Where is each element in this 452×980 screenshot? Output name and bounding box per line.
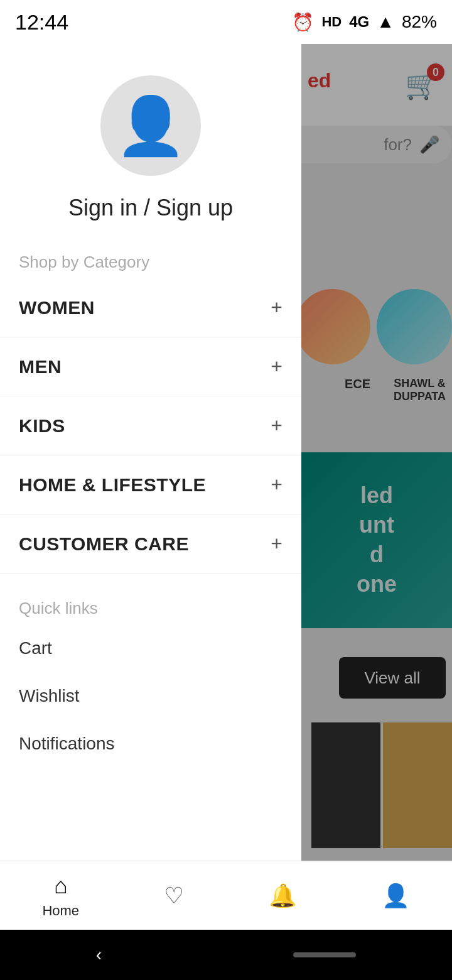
nav-wishlist[interactable]: ♡ [164,883,184,909]
main-layout: ed 🛒 0 for? 🎤 ECE SHAWL &DUPPATA leduntd… [0,44,452,980]
category-expand-icon-men: + [271,355,282,378]
sidebar-item-kids[interactable]: KIDS + [0,396,301,455]
status-bar: 12:44 ⏰ HD 4G ▲ 82% [0,0,452,44]
nav-profile[interactable]: 👤 [382,883,410,909]
sign-in-button[interactable]: Sign in / Sign up [68,195,233,221]
category-label-men: MEN [19,356,62,378]
home-icon: ⌂ [54,873,68,899]
avatar[interactable]: 👤 [100,75,201,176]
bottom-nav: ⌂ Home ♡ 🔔 👤 [0,861,452,930]
sys-nav: ‹ [0,930,452,980]
category-list: WOMEN + MEN + KIDS + HOME & LIFESTYLE + … [0,278,301,574]
category-expand-icon-kids: + [271,414,282,437]
nav-notifications[interactable]: 🔔 [269,883,297,909]
quick-link-wishlist[interactable]: Wishlist [0,672,301,720]
category-label-customer-care: CUSTOMER CARE [19,533,189,555]
alarm-icon: ⏰ [292,12,314,33]
quick-links-section: Quick links CartWishlistNotifications [0,574,301,774]
nav-home-label: Home [42,903,79,919]
category-label-women: WOMEN [19,297,95,318]
heart-icon: ♡ [164,883,184,909]
overlay-backdrop[interactable] [301,44,452,980]
sidebar-item-women[interactable]: WOMEN + [0,278,301,337]
hd-indicator: HD [321,14,342,30]
category-label-kids: KIDS [19,415,65,437]
quick-links-list: CartWishlistNotifications [0,624,301,768]
home-pill[interactable] [293,952,356,957]
back-button[interactable]: ‹ [96,945,102,965]
battery-indicator: 82% [402,12,437,32]
nav-home[interactable]: ⌂ Home [42,873,79,919]
quick-link-notifications[interactable]: Notifications [0,720,301,768]
profile-section: 👤 Sign in / Sign up [0,44,301,240]
quick-link-cart[interactable]: Cart [0,624,301,672]
category-label-home-lifestyle: HOME & LIFESTYLE [19,474,206,496]
quick-links-header: Quick links [0,586,301,624]
sidebar-drawer: 👤 Sign in / Sign up Shop by Category WOM… [0,44,301,980]
sidebar-item-customer-care[interactable]: CUSTOMER CARE + [0,514,301,574]
bell-icon: 🔔 [269,883,297,909]
shop-by-category-header: Shop by Category [0,240,301,278]
status-icons: ⏰ HD 4G ▲ 82% [292,12,437,33]
avatar-icon: 👤 [116,93,186,159]
signal-icon: ▲ [377,12,394,32]
sidebar-item-home-lifestyle[interactable]: HOME & LIFESTYLE + [0,455,301,514]
category-expand-icon-customer-care: + [271,532,282,555]
category-expand-icon-women: + [271,296,282,319]
network-indicator: 4G [349,13,369,31]
category-expand-icon-home-lifestyle: + [271,473,282,496]
sidebar-item-men[interactable]: MEN + [0,337,301,396]
status-time: 12:44 [15,10,68,35]
person-icon: 👤 [382,883,410,909]
